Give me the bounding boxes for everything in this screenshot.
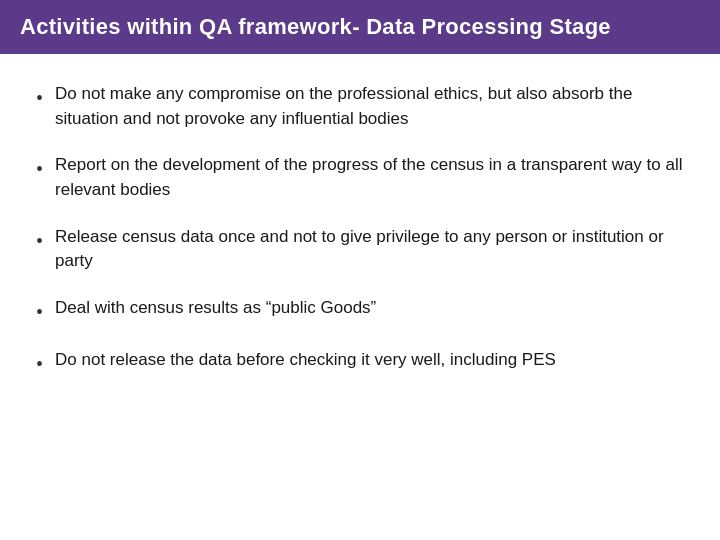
bullet-item-2: • Report on the development of the progr…	[36, 153, 684, 202]
bullet-item-5: • Do not release the data before checkin…	[36, 348, 684, 378]
bullet-item-1: • Do not make any compromise on the prof…	[36, 82, 684, 131]
bullet-text-1: Do not make any compromise on the profes…	[55, 82, 684, 131]
bullet-text-3: Release census data once and not to give…	[55, 225, 684, 274]
slide-container: Activities within QA framework- Data Pro…	[0, 0, 720, 540]
header-title: Activities within QA framework- Data Pro…	[20, 14, 611, 40]
content-area: • Do not make any compromise on the prof…	[0, 54, 720, 540]
bullet-item-3: • Release census data once and not to gi…	[36, 225, 684, 274]
slide-header: Activities within QA framework- Data Pro…	[0, 0, 720, 54]
bullet-item-4: • Deal with census results as “public Go…	[36, 296, 684, 326]
bullet-dot-4: •	[36, 298, 43, 326]
bullet-dot-3: •	[36, 227, 43, 255]
bullet-dot-1: •	[36, 84, 43, 112]
bullet-text-4: Deal with census results as “public Good…	[55, 296, 376, 321]
bullet-text-5: Do not release the data before checking …	[55, 348, 556, 373]
bullet-dot-5: •	[36, 350, 43, 378]
bullet-text-2: Report on the development of the progres…	[55, 153, 684, 202]
bullet-dot-2: •	[36, 155, 43, 183]
